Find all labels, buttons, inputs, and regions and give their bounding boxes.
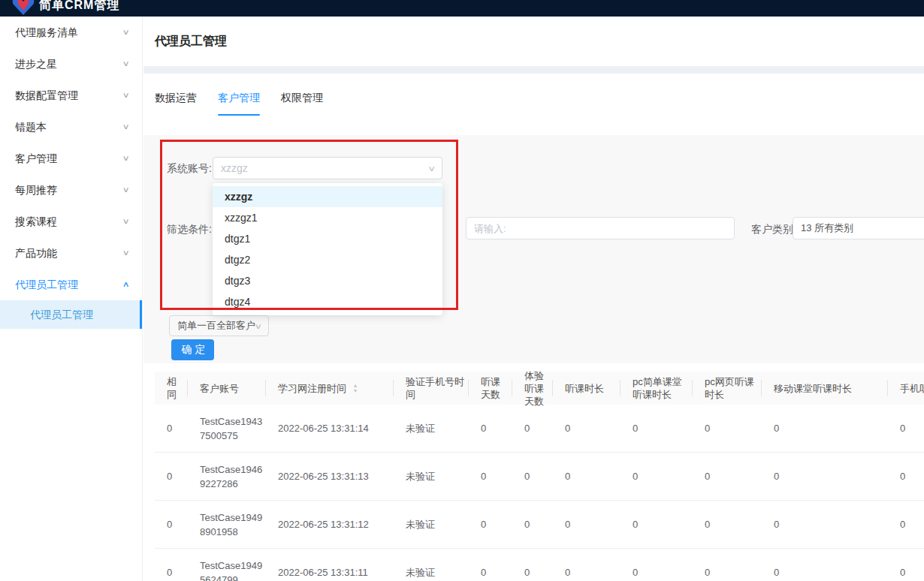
sidebar-item[interactable]: 客户管理∨ bbox=[0, 143, 142, 174]
table-cell: 未验证 bbox=[394, 469, 469, 483]
dropdown-option[interactable]: xzzgz1 bbox=[213, 207, 442, 228]
dropdown-option[interactable]: dtgz3 bbox=[213, 270, 442, 291]
sidebar-item[interactable]: 产品功能∨ bbox=[0, 237, 142, 269]
table-cell: 0 bbox=[888, 517, 924, 531]
customer-category-select[interactable]: 13 所有类别 bbox=[793, 217, 924, 239]
dropdown-option[interactable]: xzzgz bbox=[213, 186, 442, 207]
column-header[interactable]: 相同 bbox=[155, 372, 188, 405]
sidebar-item[interactable]: 代理员工管理∧ bbox=[0, 269, 142, 300]
system-account-placeholder: xzzgz bbox=[221, 162, 248, 174]
column-header[interactable]: 手机听课时长 bbox=[888, 372, 924, 405]
chevron-down-icon: ∨ bbox=[427, 164, 436, 173]
sidebar-item-label: 代理服务清单 bbox=[15, 17, 78, 48]
sort-icon[interactable]: ▲▼ bbox=[352, 383, 358, 393]
dropdown-option[interactable]: dtgz2 bbox=[213, 249, 442, 270]
column-header-label: 验证手机号时间 bbox=[406, 375, 466, 401]
tab-权限管理[interactable]: 权限管理 bbox=[281, 92, 323, 116]
table-cell: 0 bbox=[553, 517, 621, 531]
sidebar-item[interactable]: 搜索课程∨ bbox=[0, 206, 142, 237]
table-cell: TestCase19495624799 bbox=[188, 558, 266, 581]
table-cell: 0 bbox=[553, 421, 621, 435]
customer-category-label: 客户类别: bbox=[751, 223, 796, 236]
table-cell: 0 bbox=[469, 421, 512, 435]
table-cell: 0 bbox=[621, 565, 693, 579]
crm-app-window: 简单CRM管理 代理服务清单∨进步之星∨数据配置管理∨错题本∨客户管理∨每周推荐… bbox=[0, 0, 924, 581]
table-cell: 0 bbox=[762, 517, 888, 531]
column-header-label: 手机听课时长 bbox=[900, 382, 924, 395]
sidebar-item-label: 搜索课程 bbox=[15, 206, 57, 237]
column-header[interactable]: 听课天数 bbox=[469, 372, 512, 405]
table-cell: 未验证 bbox=[394, 565, 469, 579]
system-account-select[interactable]: xzzgz ∨ bbox=[213, 157, 442, 179]
chevron-down-icon: ∨ bbox=[122, 174, 129, 206]
confirm-button[interactable]: 确定 bbox=[171, 339, 214, 360]
table-cell: 0 bbox=[512, 421, 553, 435]
table-cell: 0 bbox=[155, 421, 188, 435]
sidebar-item[interactable]: 错题本∨ bbox=[0, 111, 142, 143]
table-cell: TestCase19498901958 bbox=[188, 510, 266, 539]
table-cell: 0 bbox=[888, 565, 924, 579]
sidebar-item[interactable]: 数据配置管理∨ bbox=[0, 80, 142, 111]
table-cell: 0 bbox=[469, 517, 512, 531]
tab-客户管理[interactable]: 客户管理 bbox=[218, 92, 260, 116]
table-cell: TestCase19437500575 bbox=[188, 414, 266, 443]
table-row: 0TestCase194375005752022-06-25 13:31:14未… bbox=[155, 405, 924, 453]
chevron-up-icon: ∧ bbox=[122, 269, 129, 300]
column-header[interactable]: pc网页听课时长 bbox=[693, 372, 762, 405]
table-cell: 0 bbox=[621, 421, 693, 435]
column-header[interactable]: 学习网注册时间▲▼ bbox=[266, 372, 394, 405]
sidebar-item-label: 错题本 bbox=[15, 111, 47, 143]
title-bar: 代理员工管理 bbox=[143, 17, 924, 66]
filter-condition-input[interactable] bbox=[466, 217, 735, 239]
sidebar-subitem[interactable]: 代理员工管理 bbox=[0, 300, 142, 329]
column-header[interactable]: 移动课堂听课时长 bbox=[762, 372, 888, 405]
chevron-down-icon: ∨ bbox=[122, 17, 129, 48]
customer-category-value: 13 所有类别 bbox=[801, 221, 853, 235]
dropdown-option[interactable]: dtgz1 bbox=[213, 228, 442, 249]
column-header[interactable]: 听课时长 bbox=[553, 372, 621, 405]
table-cell: 2022-06-25 13:31:13 bbox=[266, 469, 394, 483]
table-header-row: 相同客户账号学习网注册时间▲▼验证手机号时间听课天数体验听课天数听课时长pc简单… bbox=[155, 372, 924, 405]
section-divider bbox=[143, 66, 924, 74]
column-header-label: 相同 bbox=[167, 375, 185, 401]
column-header-label: 移动课堂听课时长 bbox=[774, 382, 852, 395]
table-cell: 未验证 bbox=[394, 421, 469, 435]
table-cell: 0 bbox=[888, 421, 924, 435]
table-body: 0TestCase194375005752022-06-25 13:31:14未… bbox=[155, 405, 924, 581]
table-row: 0TestCase194989019582022-06-25 13:31:12未… bbox=[155, 501, 924, 549]
table-cell: 0 bbox=[155, 565, 188, 579]
tab-数据运营[interactable]: 数据运营 bbox=[155, 92, 197, 116]
table-cell: 0 bbox=[155, 517, 188, 531]
chevron-down-icon: ∨ bbox=[122, 111, 129, 143]
sidebar-item-label: 每周推荐 bbox=[15, 174, 57, 206]
table-row: 0TestCase194692272862022-06-25 13:31:13未… bbox=[155, 453, 924, 501]
app-title: 简单CRM管理 bbox=[39, 0, 119, 14]
table-cell: 2022-06-25 13:31:12 bbox=[266, 517, 394, 531]
tabs: 数据运营客户管理权限管理 bbox=[155, 92, 344, 116]
system-account-label: 系统账号: bbox=[167, 162, 212, 176]
table-cell: 0 bbox=[512, 517, 553, 531]
sidebar-item[interactable]: 代理服务清单∨ bbox=[0, 17, 142, 48]
sidebar-item[interactable]: 每周推荐∨ bbox=[0, 174, 142, 206]
sidebar-item-label: 产品功能 bbox=[15, 237, 57, 269]
sidebar-item[interactable]: 进步之星∨ bbox=[0, 48, 142, 80]
column-header-label: 听课天数 bbox=[481, 375, 509, 401]
table-cell: 0 bbox=[512, 565, 553, 579]
table-cell: 未验证 bbox=[394, 517, 469, 531]
table-cell: 0 bbox=[888, 469, 924, 483]
column-header[interactable]: 验证手机号时间 bbox=[394, 372, 469, 405]
filter-panel: 系统账号: xzzgz ∨ xzzgzxzzgz1dtgz1dtgz2dtgz3… bbox=[143, 135, 924, 363]
column-header[interactable]: pc简单课堂听课时长 bbox=[621, 372, 693, 405]
table-cell: 2022-06-25 13:31:11 bbox=[266, 565, 394, 579]
column-header[interactable]: 体验听课天数 bbox=[512, 372, 553, 405]
app-header: 简单CRM管理 bbox=[0, 0, 924, 17]
system-account-dropdown: xzzgzxzzgz1dtgz1dtgz2dtgz3dtgz4 bbox=[213, 183, 442, 315]
page-title: 代理员工管理 bbox=[155, 34, 227, 50]
table-cell: 0 bbox=[762, 565, 888, 579]
customer-scope-value: 简单一百全部客户 bbox=[177, 319, 255, 333]
dropdown-option[interactable]: dtgz4 bbox=[213, 291, 442, 312]
column-header[interactable]: 客户账号 bbox=[188, 372, 266, 405]
column-header-label: 学习网注册时间 bbox=[278, 382, 346, 395]
column-header-label: 体验听课天数 bbox=[524, 369, 550, 408]
customer-scope-select[interactable]: 简单一百全部客户 ∨ bbox=[169, 315, 269, 336]
